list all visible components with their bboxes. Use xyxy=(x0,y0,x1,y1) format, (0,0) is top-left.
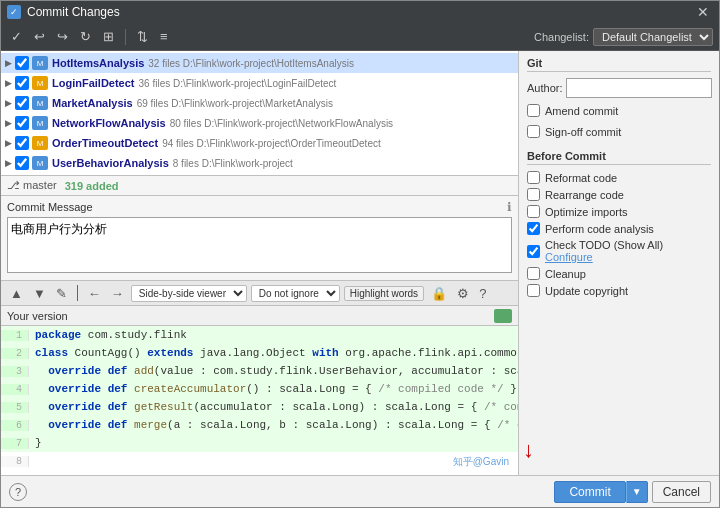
cancel-button[interactable]: Cancel xyxy=(652,481,711,503)
git-author-row: Author: xyxy=(527,78,711,98)
commit-message-input[interactable]: 电商用户行为分析 xyxy=(7,217,512,273)
git-author-input[interactable] xyxy=(566,78,712,98)
diff-version-label: Your version xyxy=(7,310,68,322)
sort-button[interactable]: ⇅ xyxy=(133,27,152,46)
tree-item-name: OrderTimeoutDetect xyxy=(52,137,158,149)
list-item[interactable]: ▶ M LoginFailDetect 36 files D:\Flink\wo… xyxy=(1,73,518,93)
rearrange-code-label: Rearrange code xyxy=(545,189,624,201)
diff-sep xyxy=(77,285,78,301)
diff-line: 6 override def merge(a : scala.Long, b :… xyxy=(1,416,518,434)
title-bar: ✓ Commit Changes ✕ xyxy=(1,1,719,23)
diff-header: ▲ ▼ ✎ ← → Side-by-side viewer Do not ign… xyxy=(1,280,518,306)
diff-settings-icon[interactable]: ⚙ xyxy=(454,286,472,301)
tree-checkbox[interactable] xyxy=(15,56,29,70)
bottom-right: Commit ▼ Cancel xyxy=(554,481,711,503)
diff-section: ▲ ▼ ✎ ← → Side-by-side viewer Do not ign… xyxy=(1,280,518,475)
list-item[interactable]: ▶ M NetworkFlowAnalysis 80 files D:\Flin… xyxy=(1,113,518,133)
sign-off-row: Sign-off commit xyxy=(527,125,711,138)
configure-link[interactable]: Configure xyxy=(545,251,593,263)
diff-viewer-select[interactable]: Side-by-side viewer xyxy=(131,285,247,302)
tree-arrow: ▶ xyxy=(5,98,15,108)
update-copyright-row: Update copyright xyxy=(527,284,711,297)
diff-line: 4 override def createAccumulator() : sca… xyxy=(1,380,518,398)
list-item[interactable]: ▶ M HotItemsAnalysis 32 files D:\Flink\w… xyxy=(1,53,518,73)
commit-message-section: Commit Message ℹ 电商用户行为分析 xyxy=(1,196,518,280)
status-bar: ⎇ master 319 added xyxy=(1,176,518,196)
diff-lock-icon[interactable]: 🔒 xyxy=(428,286,450,301)
info-icon: ℹ xyxy=(507,200,512,214)
sign-off-checkbox[interactable] xyxy=(527,125,540,138)
module-icon: M xyxy=(32,116,48,130)
toolbar: ✓ ↩ ↪ ↻ ⊞ ⇅ ≡ Changelist: Default Change… xyxy=(1,23,719,51)
list-item[interactable]: ▶ M UserBehaviorAnalysis 8 files D:\Flin… xyxy=(1,153,518,173)
check-todo-checkbox[interactable] xyxy=(527,245,540,258)
diff-up-button[interactable]: ▲ xyxy=(7,286,26,301)
left-panel: ▶ M HotItemsAnalysis 32 files D:\Flink\w… xyxy=(1,51,519,475)
diff-line: 2 class CountAgg() extends java.lang.Obj… xyxy=(1,344,518,362)
diff-help-icon[interactable]: ? xyxy=(476,286,489,301)
tree-arrow: ▶ xyxy=(5,138,15,148)
tree-arrow: ▶ xyxy=(5,58,15,68)
reformat-code-checkbox[interactable] xyxy=(527,171,540,184)
highlight-words-button[interactable]: Highlight words xyxy=(344,286,424,301)
layout-button[interactable]: ⊞ xyxy=(99,27,118,46)
tree-item-name: MarketAnalysis xyxy=(52,97,133,109)
diff-line: 3 override def add(value : com.study.fli… xyxy=(1,362,518,380)
filter-button[interactable]: ≡ xyxy=(156,27,172,46)
tree-checkbox[interactable] xyxy=(15,96,29,110)
tree-checkbox[interactable] xyxy=(15,116,29,130)
list-item[interactable]: ▶ M MarketAnalysis 69 files D:\Flink\wor… xyxy=(1,93,518,113)
tree-item-detail: 8 files D:\Flink\work-project xyxy=(173,158,293,169)
diff-status-indicator xyxy=(494,309,512,323)
rearrange-code-row: Rearrange code xyxy=(527,188,711,201)
commit-dropdown-button[interactable]: ▼ xyxy=(626,481,648,503)
tree-item-name: HotItemsAnalysis xyxy=(52,57,144,69)
tree-checkbox[interactable] xyxy=(15,76,29,90)
amend-commit-checkbox[interactable] xyxy=(527,104,540,117)
perform-analysis-label: Perform code analysis xyxy=(545,223,654,235)
diff-version-label-bar: Your version xyxy=(1,306,518,326)
module-icon: M xyxy=(32,76,48,90)
cleanup-checkbox[interactable] xyxy=(527,267,540,280)
diff-content: 1 package com.study.flink 2 class CountA… xyxy=(1,326,518,475)
optimize-imports-row: Optimize imports xyxy=(527,205,711,218)
redo-button[interactable]: ↪ xyxy=(53,27,72,46)
diff-edit-button[interactable]: ✎ xyxy=(53,286,70,301)
tree-item-name: NetworkFlowAnalysis xyxy=(52,117,166,129)
reformat-code-row: Reformat code xyxy=(527,171,711,184)
perform-analysis-row: Perform code analysis xyxy=(527,222,711,235)
check-todo-row: Check TODO (Show All) Configure xyxy=(527,239,711,263)
update-copyright-checkbox[interactable] xyxy=(527,284,540,297)
diff-ignore-select[interactable]: Do not ignore xyxy=(251,285,340,302)
diff-prev-button[interactable]: ← xyxy=(85,286,104,301)
tree-arrow: ▶ xyxy=(5,78,15,88)
tree-arrow: ▶ xyxy=(5,118,15,128)
rearrange-code-checkbox[interactable] xyxy=(527,188,540,201)
branch-name: ⎇ master xyxy=(7,179,57,192)
changelist-select[interactable]: Default Changelist xyxy=(593,28,713,46)
tree-item-detail: 36 files D:\Flink\work-project\LoginFail… xyxy=(139,78,337,89)
list-item[interactable]: ▶ M OrderTimeoutDetect 94 files D:\Flink… xyxy=(1,133,518,153)
close-button[interactable]: ✕ xyxy=(693,4,713,20)
file-tree: ▶ M HotItemsAnalysis 32 files D:\Flink\w… xyxy=(1,51,518,176)
diff-line: 8 xyxy=(1,452,518,470)
amend-commit-label: Amend commit xyxy=(545,105,618,117)
tree-checkbox[interactable] xyxy=(15,156,29,170)
tree-checkbox[interactable] xyxy=(15,136,29,150)
diff-down-button[interactable]: ▼ xyxy=(30,286,49,301)
tree-item-name: UserBehaviorAnalysis xyxy=(52,157,169,169)
tree-item-detail: 80 files D:\Flink\work-project\NetworkFl… xyxy=(170,118,393,129)
optimize-imports-label: Optimize imports xyxy=(545,206,628,218)
perform-analysis-checkbox[interactable] xyxy=(527,222,540,235)
tree-item-detail: 94 files D:\Flink\work-project\OrderTime… xyxy=(162,138,381,149)
changelist-label: Changelist: xyxy=(534,31,589,43)
commit-button[interactable]: Commit xyxy=(554,481,625,503)
refresh-button[interactable]: ↻ xyxy=(76,27,95,46)
amend-commit-row: Amend commit xyxy=(527,104,711,117)
undo-button[interactable]: ↩ xyxy=(30,27,49,46)
check-all-button[interactable]: ✓ xyxy=(7,27,26,46)
optimize-imports-checkbox[interactable] xyxy=(527,205,540,218)
diff-next-button[interactable]: → xyxy=(108,286,127,301)
help-button[interactable]: ? xyxy=(9,483,27,501)
commit-button-group: Commit ▼ xyxy=(554,481,647,503)
